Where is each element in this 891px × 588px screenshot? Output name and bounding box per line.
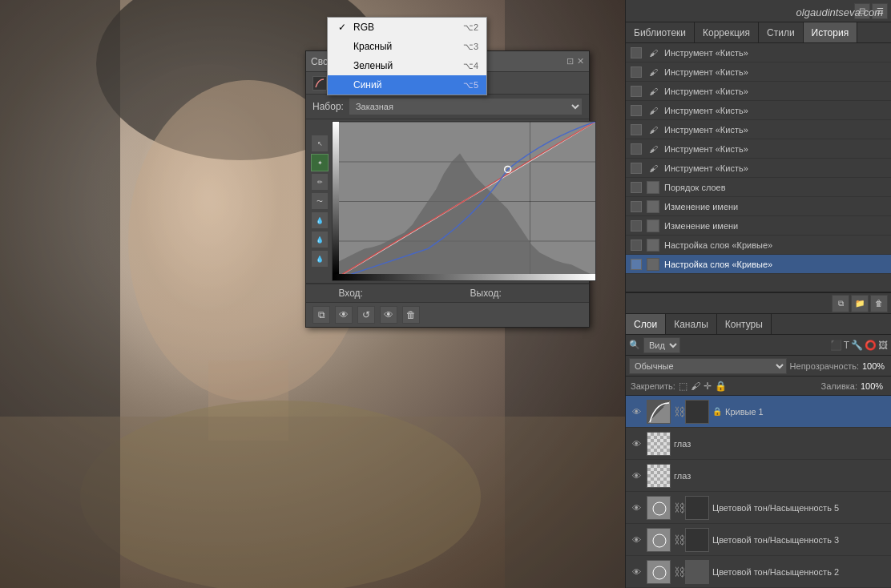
history-label-5: Инструмент «Кисть» <box>664 144 748 154</box>
curves-graph[interactable] <box>332 121 596 281</box>
tab-libraries[interactable]: Библиотеки <box>626 22 695 42</box>
curves-tool-pointer[interactable]: ↖ <box>311 135 329 152</box>
history-item-3[interactable]: 🖌 Инструмент «Кисть» <box>626 101 891 120</box>
filter-icon-1[interactable]: ⬛ <box>830 340 842 351</box>
tab-layers-label: Слои <box>634 319 657 330</box>
channel-item-blue[interactable]: Синий ⌥5 <box>328 75 486 95</box>
tab-layers[interactable]: Слои <box>626 314 666 334</box>
layer-chain-0: ⛓ <box>674 405 682 418</box>
layer-lock-0: 🔒 <box>712 407 722 416</box>
layers-btn-new[interactable]: ⧉ <box>832 295 849 312</box>
layer-item-2[interactable]: 👁 глаз <box>626 460 891 492</box>
layer-icon-9 <box>647 219 659 232</box>
eye-icon-0[interactable]: 👁 <box>629 407 643 417</box>
nabor-select[interactable]: Заказная <box>349 98 583 115</box>
history-label-10: Настройка слоя «Кривые» <box>664 240 772 250</box>
panel-icon-2[interactable]: ✕ <box>577 56 584 66</box>
lock-icon-pixels[interactable]: ⬚ <box>679 381 687 392</box>
delete-btn[interactable]: 🗑 <box>402 306 420 324</box>
filter-icon-5[interactable]: 🖼 <box>878 340 888 351</box>
history-checkbox-5 <box>631 143 642 155</box>
history-label-1: Инструмент «Кисть» <box>664 67 748 77</box>
layer-chain-5: ⛓ <box>674 566 682 578</box>
history-label-8: Изменение имени <box>664 202 738 211</box>
history-checkbox-10 <box>631 240 642 251</box>
tab-correction[interactable]: Коррекция <box>695 22 759 42</box>
curves-tool-point[interactable]: ✦ <box>311 154 329 171</box>
history-label-0: Инструмент «Кисть» <box>664 48 748 58</box>
layers-btn-delete[interactable]: 🗑 <box>870 295 888 312</box>
history-label-4: Инструмент «Кисть» <box>664 125 748 135</box>
filter-select[interactable]: Вид <box>643 337 680 353</box>
lock-icon-all[interactable]: 🔒 <box>715 381 727 392</box>
curves-tool-eyedropper1[interactable]: 💧 <box>311 211 329 229</box>
history-item-10[interactable]: Настройка слоя «Кривые» <box>626 236 891 255</box>
history-item-1[interactable]: 🖌 Инструмент «Кисть» <box>626 62 891 82</box>
eye-icon-2[interactable]: 👁 <box>629 471 643 481</box>
layer-item-0[interactable]: 👁 ⛓ 🔒 Кривые 1 <box>626 396 891 428</box>
eye-icon-5[interactable]: 👁 <box>629 567 643 577</box>
curves-tool-eyedropper3[interactable]: 💧 <box>311 250 329 268</box>
panel-icon-1[interactable]: ⊡ <box>566 56 574 66</box>
search-filter-icons: ⬛ T 🔧 ⭕ 🖼 <box>830 340 888 351</box>
gradient-bar-bottom <box>333 274 595 280</box>
layer-item-4[interactable]: 👁 ⛓ Цветовой тон/Насыщенность 3 <box>626 524 891 556</box>
channel-dropdown: ✓ RGB ⌥2 Красный ⌥3 Зеленый ⌥4 Синий <box>327 17 487 95</box>
history-checkbox-9 <box>631 220 642 232</box>
blend-row: Обычные Непрозрачность: 100% <box>626 356 891 377</box>
lock-row: Закрепить: ⬚ 🖌 ✛ 🔒 Заливка: 100% <box>626 377 891 396</box>
layer-icon-10 <box>647 239 659 252</box>
shortcut-green: ⌥4 <box>463 61 478 71</box>
layer-thumb-mask-0 <box>685 400 709 424</box>
curves-tool-pencil[interactable]: ✏ <box>311 173 329 191</box>
tab-paths[interactable]: Контуры <box>717 314 772 334</box>
channel-item-red[interactable]: Красный ⌥3 <box>328 37 486 56</box>
history-item-8[interactable]: Изменение имени <box>626 197 891 216</box>
visibility-btn[interactable]: 👁 <box>380 306 397 324</box>
eye-btn[interactable]: 👁 <box>335 306 353 324</box>
lock-label: Закрепить: <box>631 381 675 391</box>
history-item-4[interactable]: 🖌 Инструмент «Кисть» <box>626 120 891 139</box>
layers-btn-folder[interactable]: 📁 <box>851 295 869 312</box>
history-item-11[interactable]: Настройка слоя «Кривые» <box>626 255 891 274</box>
curves-tools: ↖ ✦ ✏ 〜 💧 💧 💧 <box>311 135 329 268</box>
history-item-2[interactable]: 🖌 Инструмент «Кисть» <box>626 82 891 101</box>
channel-item-rgb[interactable]: ✓ RGB ⌥2 <box>328 18 486 37</box>
right-panel: ⊟ ☰ Библиотеки Коррекция Стили История 🖌… <box>625 0 891 588</box>
history-item-6[interactable]: 🖌 Инструмент «Кисть» <box>626 159 891 178</box>
layer-thumb-mask-4 <box>685 528 709 552</box>
layer-item-5[interactable]: 👁 ⛓ Цветовой тон/Насыщенность 2 <box>626 556 891 588</box>
layer-item-1[interactable]: 👁 глаз <box>626 428 891 460</box>
layer-item-3[interactable]: 👁 ⛓ Цветовой тон/Насыщенность 5 <box>626 492 891 524</box>
curves-io-row: Вход: Выход: <box>306 284 589 302</box>
lock-icon-move[interactable]: ✛ <box>704 381 712 392</box>
filter-icon-4[interactable]: ⭕ <box>865 340 877 351</box>
tab-libraries-label: Библиотеки <box>634 27 686 38</box>
eye-icon-1[interactable]: 👁 <box>629 439 643 449</box>
layer-chain-4: ⛓ <box>674 534 682 546</box>
channel-label-rgb: RGB <box>353 22 374 33</box>
history-item-7[interactable]: Порядок слоев <box>626 178 891 197</box>
clip-btn[interactable]: ⧉ <box>312 306 330 324</box>
history-item-9[interactable]: Изменение имени <box>626 216 891 236</box>
svg-rect-14 <box>647 561 671 584</box>
history-item-0[interactable]: 🖌 Инструмент «Кисть» <box>626 43 891 62</box>
lock-icon-paint[interactable]: 🖌 <box>691 381 700 392</box>
history-item-5[interactable]: 🖌 Инструмент «Кисть» <box>626 139 891 159</box>
curves-tool-smooth[interactable]: 〜 <box>311 192 329 210</box>
tab-styles[interactable]: Стили <box>759 22 804 42</box>
blend-mode-select[interactable]: Обычные <box>629 358 787 374</box>
channel-label-blue: Синий <box>353 79 381 91</box>
curves-graph-container[interactable]: ✓ RGB ⌥2 Красный ⌥3 Зеленый ⌥4 Синий <box>332 121 596 281</box>
output-label: Выход: <box>470 288 502 299</box>
tab-channels[interactable]: Каналы <box>666 314 717 334</box>
channel-item-green[interactable]: Зеленый ⌥4 <box>328 56 486 75</box>
eye-icon-3[interactable]: 👁 <box>629 503 643 513</box>
curves-tool-eyedropper2[interactable]: 💧 <box>311 231 329 248</box>
reset-btn[interactable]: ↺ <box>357 306 375 324</box>
tab-history[interactable]: История <box>804 22 858 42</box>
filter-icon-3[interactable]: 🔧 <box>851 340 863 351</box>
filter-icon-2[interactable]: T <box>844 340 849 351</box>
eye-icon-4[interactable]: 👁 <box>629 535 643 545</box>
svg-rect-6 <box>0 417 625 588</box>
